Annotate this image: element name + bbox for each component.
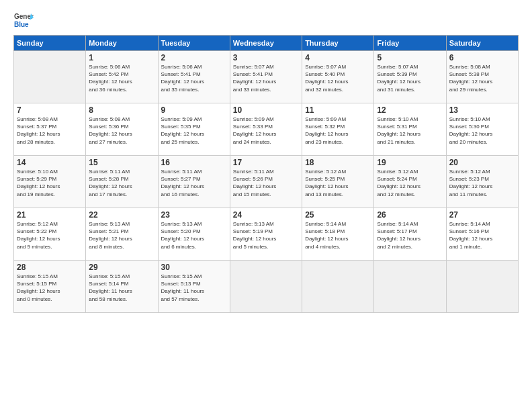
day-cell: [302, 261, 374, 313]
day-info: Sunrise: 5:13 AM Sunset: 5:21 PM Dayligh…: [89, 220, 154, 250]
day-info: Sunrise: 5:12 AM Sunset: 5:22 PM Dayligh…: [17, 220, 83, 250]
day-number: 9: [161, 105, 227, 115]
day-number: 5: [377, 53, 443, 62]
day-info: Sunrise: 5:12 AM Sunset: 5:23 PM Dayligh…: [449, 168, 515, 198]
day-info: Sunrise: 5:14 AM Sunset: 5:16 PM Dayligh…: [449, 220, 515, 250]
day-cell: 20Sunrise: 5:12 AM Sunset: 5:23 PM Dayli…: [446, 156, 518, 208]
day-number: 10: [233, 105, 299, 115]
day-number: 3: [233, 53, 299, 62]
day-number: 23: [161, 210, 227, 220]
day-info: Sunrise: 5:12 AM Sunset: 5:25 PM Dayligh…: [305, 168, 371, 198]
day-cell: 5Sunrise: 5:07 AM Sunset: 5:39 PM Daylig…: [374, 51, 446, 103]
day-number: 4: [305, 53, 371, 62]
day-number: 1: [89, 53, 154, 62]
day-info: Sunrise: 5:11 AM Sunset: 5:26 PM Dayligh…: [233, 168, 299, 198]
day-cell: 18Sunrise: 5:12 AM Sunset: 5:25 PM Dayli…: [302, 156, 374, 208]
day-number: 11: [305, 105, 371, 115]
day-cell: 21Sunrise: 5:12 AM Sunset: 5:22 PM Dayli…: [14, 208, 86, 261]
day-cell: [374, 261, 446, 313]
day-cell: [230, 261, 302, 313]
day-cell: 2Sunrise: 5:06 AM Sunset: 5:41 PM Daylig…: [158, 51, 230, 103]
day-cell: 14Sunrise: 5:10 AM Sunset: 5:29 PM Dayli…: [14, 156, 86, 208]
day-info: Sunrise: 5:09 AM Sunset: 5:33 PM Dayligh…: [233, 116, 299, 146]
day-cell: 25Sunrise: 5:14 AM Sunset: 5:18 PM Dayli…: [302, 208, 374, 261]
day-number: 27: [449, 210, 515, 220]
day-number: 6: [449, 53, 515, 62]
day-number: 25: [305, 210, 371, 220]
day-info: Sunrise: 5:14 AM Sunset: 5:18 PM Dayligh…: [305, 220, 371, 250]
day-number: 29: [89, 263, 154, 272]
day-cell: 9Sunrise: 5:09 AM Sunset: 5:35 PM Daylig…: [158, 103, 230, 156]
day-number: 26: [377, 210, 443, 220]
day-number: 21: [17, 210, 83, 220]
day-number: 17: [233, 158, 299, 167]
day-number: 28: [17, 263, 83, 272]
day-cell: 15Sunrise: 5:11 AM Sunset: 5:28 PM Dayli…: [86, 156, 158, 208]
week-row-3: 14Sunrise: 5:10 AM Sunset: 5:29 PM Dayli…: [14, 156, 519, 208]
day-cell: 11Sunrise: 5:09 AM Sunset: 5:32 PM Dayli…: [302, 103, 374, 156]
col-header-friday: Friday: [374, 36, 446, 51]
day-number: 24: [233, 210, 299, 220]
day-number: 20: [449, 158, 515, 167]
week-row-2: 7Sunrise: 5:08 AM Sunset: 5:37 PM Daylig…: [14, 103, 519, 156]
day-cell: 12Sunrise: 5:10 AM Sunset: 5:31 PM Dayli…: [374, 103, 446, 156]
col-header-monday: Monday: [86, 36, 158, 51]
day-info: Sunrise: 5:08 AM Sunset: 5:36 PM Dayligh…: [89, 116, 154, 146]
day-number: 13: [449, 105, 515, 115]
day-cell: 26Sunrise: 5:14 AM Sunset: 5:17 PM Dayli…: [374, 208, 446, 261]
day-number: 8: [89, 105, 154, 115]
week-row-5: 28Sunrise: 5:15 AM Sunset: 5:15 PM Dayli…: [14, 261, 519, 313]
day-cell: 10Sunrise: 5:09 AM Sunset: 5:33 PM Dayli…: [230, 103, 302, 156]
day-cell: [14, 51, 86, 103]
day-info: Sunrise: 5:15 AM Sunset: 5:13 PM Dayligh…: [161, 273, 227, 303]
header-row: SundayMondayTuesdayWednesdayThursdayFrid…: [14, 36, 519, 51]
day-info: Sunrise: 5:11 AM Sunset: 5:28 PM Dayligh…: [89, 168, 154, 198]
day-cell: 13Sunrise: 5:10 AM Sunset: 5:30 PM Dayli…: [446, 103, 518, 156]
day-number: 19: [377, 158, 443, 167]
day-info: Sunrise: 5:12 AM Sunset: 5:24 PM Dayligh…: [377, 168, 443, 198]
day-number: 14: [17, 158, 83, 167]
day-number: 15: [89, 158, 154, 167]
week-row-4: 21Sunrise: 5:12 AM Sunset: 5:22 PM Dayli…: [14, 208, 519, 261]
day-info: Sunrise: 5:11 AM Sunset: 5:27 PM Dayligh…: [161, 168, 227, 198]
day-number: 2: [161, 53, 227, 62]
day-info: Sunrise: 5:10 AM Sunset: 5:31 PM Dayligh…: [377, 116, 443, 146]
day-number: 16: [161, 158, 227, 167]
day-number: 12: [377, 105, 443, 115]
day-info: Sunrise: 5:10 AM Sunset: 5:29 PM Dayligh…: [17, 168, 83, 198]
day-info: Sunrise: 5:14 AM Sunset: 5:17 PM Dayligh…: [377, 220, 443, 250]
day-info: Sunrise: 5:06 AM Sunset: 5:42 PM Dayligh…: [89, 63, 154, 93]
col-header-sunday: Sunday: [14, 36, 86, 51]
day-cell: 22Sunrise: 5:13 AM Sunset: 5:21 PM Dayli…: [86, 208, 158, 261]
day-cell: 1Sunrise: 5:06 AM Sunset: 5:42 PM Daylig…: [86, 51, 158, 103]
day-info: Sunrise: 5:07 AM Sunset: 5:41 PM Dayligh…: [233, 63, 299, 93]
day-cell: 6Sunrise: 5:08 AM Sunset: 5:38 PM Daylig…: [446, 51, 518, 103]
day-cell: 4Sunrise: 5:07 AM Sunset: 5:40 PM Daylig…: [302, 51, 374, 103]
day-cell: 7Sunrise: 5:08 AM Sunset: 5:37 PM Daylig…: [14, 103, 86, 156]
day-info: Sunrise: 5:15 AM Sunset: 5:15 PM Dayligh…: [17, 273, 83, 303]
week-row-1: 1Sunrise: 5:06 AM Sunset: 5:42 PM Daylig…: [14, 51, 519, 103]
day-cell: 28Sunrise: 5:15 AM Sunset: 5:15 PM Dayli…: [14, 261, 86, 313]
day-cell: [446, 261, 518, 313]
day-cell: 29Sunrise: 5:15 AM Sunset: 5:14 PM Dayli…: [86, 261, 158, 313]
col-header-thursday: Thursday: [302, 36, 374, 51]
day-cell: 3Sunrise: 5:07 AM Sunset: 5:41 PM Daylig…: [230, 51, 302, 103]
day-cell: 17Sunrise: 5:11 AM Sunset: 5:26 PM Dayli…: [230, 156, 302, 208]
day-cell: 23Sunrise: 5:13 AM Sunset: 5:20 PM Dayli…: [158, 208, 230, 261]
col-header-tuesday: Tuesday: [158, 36, 230, 51]
day-info: Sunrise: 5:07 AM Sunset: 5:40 PM Dayligh…: [305, 63, 371, 93]
day-number: 22: [89, 210, 154, 220]
day-info: Sunrise: 5:09 AM Sunset: 5:32 PM Dayligh…: [305, 116, 371, 146]
day-info: Sunrise: 5:15 AM Sunset: 5:14 PM Dayligh…: [89, 273, 154, 303]
day-info: Sunrise: 5:10 AM Sunset: 5:30 PM Dayligh…: [449, 116, 515, 146]
day-info: Sunrise: 5:13 AM Sunset: 5:19 PM Dayligh…: [233, 220, 299, 250]
day-number: 30: [161, 263, 227, 272]
day-number: 18: [305, 158, 371, 167]
header: General Blue: [13, 11, 519, 28]
col-header-saturday: Saturday: [446, 36, 518, 51]
day-info: Sunrise: 5:13 AM Sunset: 5:20 PM Dayligh…: [161, 220, 227, 250]
day-cell: 16Sunrise: 5:11 AM Sunset: 5:27 PM Dayli…: [158, 156, 230, 208]
day-number: 7: [17, 105, 83, 115]
day-cell: 24Sunrise: 5:13 AM Sunset: 5:19 PM Dayli…: [230, 208, 302, 261]
day-info: Sunrise: 5:07 AM Sunset: 5:39 PM Dayligh…: [377, 63, 443, 93]
